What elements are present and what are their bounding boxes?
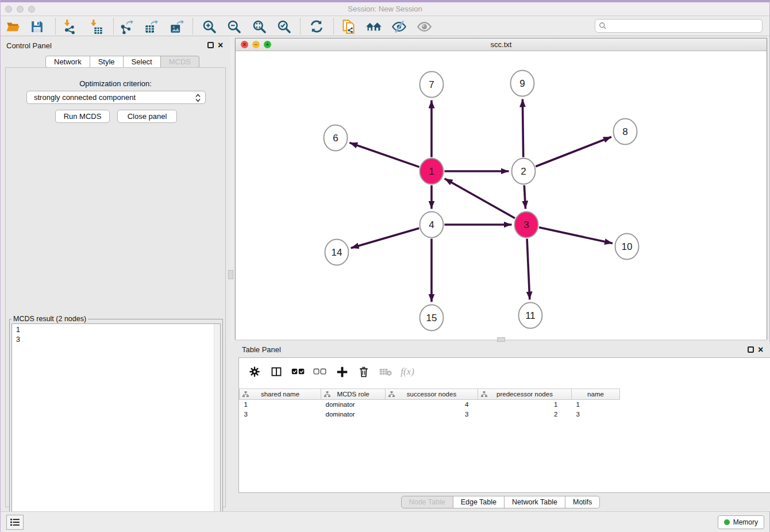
cell-successor-nodes[interactable]: 4 [386, 400, 478, 410]
cell-shared-name[interactable]: 3 [240, 410, 321, 419]
memory-button[interactable]: Memory [718, 515, 764, 529]
open-session-button[interactable] [3, 18, 23, 35]
chevron-up-down-icon [195, 93, 201, 105]
refresh-icon [309, 19, 324, 34]
graph-edge-1-6[interactable] [349, 142, 419, 167]
cell-name[interactable]: 1 [572, 400, 620, 410]
column-header-MCDS-role[interactable]: MCDS role [321, 389, 386, 400]
toolbar-separator [300, 18, 301, 34]
graph-node-4[interactable]: 4 [420, 212, 444, 238]
scrollbar[interactable] [214, 324, 220, 529]
svg-text:9: 9 [519, 78, 525, 89]
table-row[interactable]: 3dominator323 [240, 410, 620, 419]
clone-network-button[interactable] [338, 18, 358, 35]
graph-node-6[interactable]: 6 [324, 125, 348, 151]
cell-shared-name[interactable]: 1 [240, 400, 321, 410]
graph-node-3[interactable]: 3 [515, 212, 538, 238]
optimization-criterion-select[interactable]: strongly connected component [26, 91, 206, 104]
tab-motifs[interactable]: Motifs [565, 496, 600, 508]
export-network-button[interactable] [117, 18, 136, 35]
table-row[interactable]: 1dominator411 [240, 400, 620, 410]
close-table-panel-button[interactable]: × [758, 346, 763, 353]
column-header-shared-name[interactable]: shared name [240, 389, 321, 400]
hide-selected-button[interactable] [389, 18, 409, 35]
network-window-titlebar[interactable]: × − + scc.txt [236, 38, 767, 51]
unchecked-boxes-icon [313, 367, 327, 376]
show-columns-button[interactable] [265, 363, 287, 381]
function-builder-button: f(x) [396, 363, 418, 381]
cell-predecessor-nodes[interactable]: 2 [478, 410, 572, 419]
zoom-selected-button[interactable] [274, 18, 294, 35]
close-panel-button[interactable]: × [218, 42, 223, 48]
column-header-successor-nodes[interactable]: successor nodes [386, 389, 478, 400]
table-panel-title: Table Panel [242, 345, 281, 354]
tab-select[interactable]: Select [124, 56, 161, 68]
checked-boxes-icon [291, 367, 305, 376]
search-input[interactable] [607, 22, 750, 30]
run-mcds-button[interactable]: Run MCDS [55, 110, 110, 123]
splitter-grip-vertical[interactable] [228, 270, 233, 279]
graph-edge-2-9[interactable] [522, 99, 523, 157]
cell-predecessor-nodes[interactable]: 1 [478, 400, 572, 410]
graph-node-8[interactable]: 8 [614, 119, 637, 145]
cell-MCDS-role[interactable]: dominator [321, 410, 386, 419]
application-window: Session: New Session Control Panel × [0, 0, 770, 532]
column-header-predecessor-nodes[interactable]: predecessor nodes [478, 389, 572, 400]
export-image-button[interactable] [167, 18, 186, 35]
search-icon [599, 22, 607, 30]
cell-name[interactable]: 3 [572, 410, 620, 419]
mcds-result-textarea[interactable]: 13 [11, 323, 221, 529]
deselect-all-columns-button[interactable] [309, 363, 331, 381]
zoom-fit-button[interactable] [249, 18, 269, 35]
graph-node-2[interactable]: 2 [512, 159, 536, 184]
graph-node-10[interactable]: 10 [615, 234, 639, 260]
graph-node-7[interactable]: 7 [420, 72, 444, 98]
float-panel-button[interactable] [207, 42, 214, 48]
mcds-result-group: MCDS result (2 nodes) 13 [9, 315, 223, 532]
select-all-columns-button[interactable] [287, 363, 309, 381]
graph-node-1[interactable]: 1 [420, 159, 444, 184]
tab-edge-table[interactable]: Edge Table [453, 496, 505, 508]
table-toolbar: f(x) [244, 361, 418, 382]
save-session-button[interactable] [27, 18, 47, 35]
refresh-layout-button[interactable] [307, 18, 326, 35]
column-header-name[interactable]: name [572, 389, 620, 400]
tab-network[interactable]: Network [45, 56, 90, 68]
network-canvas[interactable]: 7968124314101511 [236, 51, 767, 340]
graph-node-15[interactable]: 15 [420, 305, 444, 331]
copy-network-icon [341, 19, 356, 34]
delete-column-button[interactable] [353, 363, 375, 381]
table-settings-button[interactable] [244, 363, 265, 381]
svg-text:11: 11 [525, 310, 536, 321]
eye-slash-icon [391, 19, 407, 34]
close-panel-button-mcds[interactable]: Close panel [117, 110, 177, 123]
graph-edge-3-11[interactable] [527, 239, 530, 300]
tab-network-table[interactable]: Network Table [505, 496, 565, 508]
splitter-grip-horizontal[interactable] [497, 337, 505, 342]
graph-node-14[interactable]: 14 [325, 240, 349, 265]
graph-node-11[interactable]: 11 [519, 303, 542, 329]
show-all-networks-button[interactable] [364, 18, 383, 35]
graph-edge-2-3[interactable] [524, 186, 525, 209]
export-table-button[interactable] [141, 18, 161, 35]
import-table-button[interactable] [86, 18, 105, 35]
add-column-button[interactable] [331, 363, 353, 381]
graph-edge-3-1[interactable] [445, 179, 515, 218]
float-table-panel-button[interactable] [748, 346, 754, 353]
show-hidden-button[interactable] [414, 18, 434, 35]
task-history-button[interactable] [6, 515, 24, 530]
graph-edge-3-10[interactable] [539, 228, 613, 244]
cell-successor-nodes[interactable]: 3 [386, 410, 478, 419]
graph-node-9[interactable]: 9 [511, 71, 534, 97]
graph-edge-4-14[interactable] [351, 228, 419, 248]
zoom-out-button[interactable] [224, 18, 244, 35]
import-network-button[interactable] [59, 18, 79, 35]
zoom-in-button[interactable] [199, 18, 219, 35]
tab-node-table[interactable]: Node Table [401, 496, 453, 508]
toolbar-separator [55, 18, 56, 34]
mcds-tab-panel: Optimization criterion: strongly connect… [5, 67, 226, 507]
cell-MCDS-role[interactable]: dominator [321, 400, 386, 410]
graph-edge-2-8[interactable] [536, 137, 611, 166]
tab-mcds[interactable]: MCDS [161, 56, 199, 68]
tab-style[interactable]: Style [90, 56, 124, 68]
